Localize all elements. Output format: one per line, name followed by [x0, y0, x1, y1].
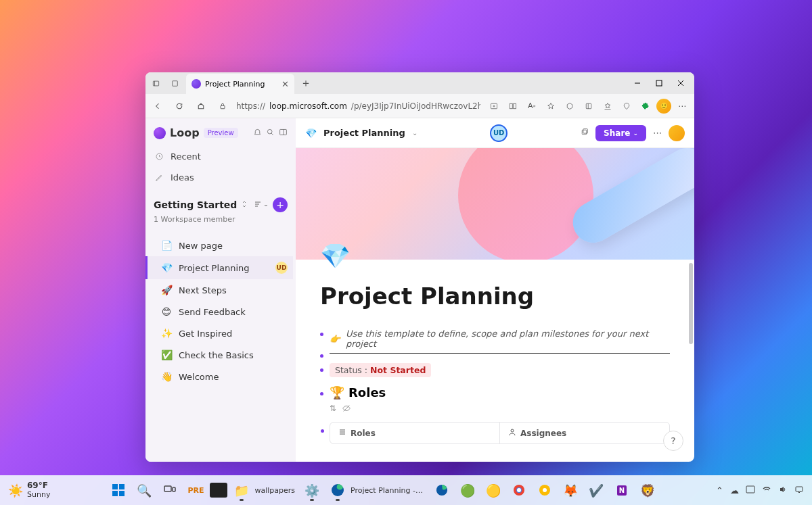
browser-essentials-icon[interactable] — [618, 98, 635, 114]
browser-menu-icon[interactable]: ⋯ — [674, 98, 690, 114]
tray-volume-icon[interactable] — [778, 485, 788, 496]
close-window-button[interactable] — [670, 74, 692, 93]
start-button[interactable] — [107, 479, 130, 502]
svg-point-30 — [543, 488, 547, 492]
presence-indicator[interactable]: UD — [490, 124, 508, 142]
maximize-window-button[interactable] — [648, 74, 670, 93]
panel-toggle-icon[interactable] — [279, 128, 288, 139]
collections-icon[interactable] — [581, 98, 597, 114]
taskbar-app-brave[interactable]: 🦁 — [636, 479, 659, 502]
sidebar-item-next-steps[interactable]: 🚀 Next Steps — [145, 279, 293, 301]
taskbar-explorer-label[interactable]: wallpapers — [254, 486, 295, 495]
sidebar-recent[interactable]: Recent — [145, 146, 296, 167]
tip-text: Use this template to define, scope and p… — [346, 329, 670, 349]
workspace-header[interactable]: Getting Started + — [145, 188, 296, 215]
roles-table[interactable]: Roles Assignees — [330, 422, 670, 444]
workspace-subtitle: 1 Workspace member — [145, 215, 296, 231]
sidebar-item-get-inspired[interactable]: ✨ Get Inspired — [145, 322, 293, 344]
help-button[interactable]: ? — [663, 431, 683, 451]
tray-overflow-icon[interactable]: ⌃ — [716, 485, 723, 496]
roles-heading[interactable]: 🏆 Roles — [330, 385, 670, 400]
taskbar-app-chrome[interactable] — [508, 479, 531, 502]
sort-icon[interactable]: ⇅ — [330, 404, 336, 415]
taskbar-app-todo[interactable]: ✔️ — [585, 479, 608, 502]
back-button[interactable] — [150, 98, 166, 114]
favorites-bar-icon[interactable] — [600, 98, 616, 114]
table-header-assignees[interactable]: Assignees — [500, 423, 669, 443]
taskbar-app-canary[interactable]: 🟡 — [482, 479, 505, 502]
hide-icon[interactable] — [342, 404, 351, 415]
add-page-button[interactable]: + — [273, 197, 288, 212]
new-tab-button[interactable]: ＋ — [298, 76, 313, 91]
status-value: Not Started — [370, 365, 426, 375]
tray-onedrive-icon[interactable]: ☁ — [730, 485, 739, 496]
user-avatar[interactable] — [669, 125, 685, 141]
browser-profile-avatar[interactable]: 🙂 — [656, 99, 671, 114]
sidebar-item-project-planning[interactable]: 💎 Project Planning UD — [145, 256, 293, 279]
sidebar-item-label: New page — [179, 241, 223, 251]
refresh-button[interactable] — [171, 98, 187, 114]
taskbar-app-explorer[interactable]: 📁 — [230, 479, 253, 502]
browser-tab[interactable]: Project Planning ✕ — [186, 74, 294, 94]
taskbar-app-chrome-canary[interactable] — [533, 479, 556, 502]
taskbar-app-pre[interactable]: PRE — [184, 479, 207, 502]
taskbar-edge-label[interactable]: Project Planning - Perso — [351, 486, 425, 495]
sidebar-item-new-page[interactable]: 📄 New page — [145, 235, 293, 256]
taskbar-search[interactable]: 🔍 — [133, 479, 156, 502]
home-button[interactable] — [193, 98, 209, 114]
diamond-icon: 💎 — [161, 262, 172, 273]
app-available-icon[interactable] — [486, 98, 502, 114]
page-emoji[interactable]: 💎 — [320, 242, 670, 270]
taskbar-app-edge[interactable] — [326, 479, 349, 502]
taskbar-app-settings[interactable]: ⚙️ — [300, 479, 323, 502]
share-button[interactable]: Share⌄ — [595, 125, 646, 141]
doc-header-title[interactable]: Project Planning — [323, 128, 405, 138]
tab-actions-icon[interactable] — [148, 76, 163, 91]
page-title[interactable]: Project Planning — [320, 283, 670, 310]
read-aloud-icon[interactable]: A» — [524, 98, 540, 114]
table-header-roles[interactable]: Roles — [330, 423, 500, 443]
sidebar-item-welcome[interactable]: 👋 Welcome — [145, 366, 293, 387]
extension-puzzle-icon[interactable] — [637, 98, 654, 114]
svg-rect-15 — [583, 128, 588, 133]
sidebar-ideas[interactable]: Ideas — [145, 167, 296, 188]
workspace-expand-icon[interactable] — [241, 200, 248, 210]
tray-language-icon[interactable] — [746, 485, 755, 496]
url-path: /p/eyJ3Ijp7InUiOiJodHRwczovL2hvbWUubWl..… — [351, 101, 480, 111]
sidebar-item-check-basics[interactable]: ✅ Check the Basics — [145, 344, 293, 366]
tray-wifi-icon[interactable] — [762, 485, 771, 496]
split-screen-icon[interactable] — [505, 98, 521, 114]
list-icon — [338, 428, 346, 438]
status-pill[interactable]: Status : Not Started — [330, 363, 431, 377]
new-page-icon: 📄 — [161, 240, 172, 251]
chevron-down-icon[interactable]: ⌄ — [412, 129, 418, 137]
taskbar-app-firefox[interactable]: 🦊 — [559, 479, 582, 502]
taskbar-taskview[interactable] — [158, 479, 181, 502]
vertical-tabs-icon[interactable] — [167, 76, 182, 91]
extension-icon[interactable] — [562, 98, 578, 114]
copy-component-icon[interactable] — [580, 128, 589, 139]
close-tab-icon[interactable]: ✕ — [281, 79, 289, 89]
sidebar-item-label: Get Inspired — [179, 329, 232, 339]
bullet-icon — [320, 368, 323, 372]
section-tools: ⇅ — [330, 404, 670, 415]
tip-line[interactable]: 👉 Use this template to define, scope and… — [320, 329, 670, 349]
sidebar-item-label: Project Planning — [179, 263, 250, 273]
favorite-icon[interactable] — [543, 98, 559, 114]
notifications-icon[interactable] — [253, 128, 262, 139]
site-info-icon[interactable] — [215, 98, 231, 114]
taskbar-app-terminal[interactable] — [210, 483, 227, 498]
taskbar-app-onenote[interactable]: N — [610, 479, 633, 502]
header-menu-icon[interactable]: ⋯ — [653, 128, 662, 138]
sidebar-item-send-feedback[interactable]: 😊 Send Feedback — [145, 301, 293, 322]
taskbar-app-camtasia[interactable]: 🟢 — [456, 479, 479, 502]
minimize-window-button[interactable] — [627, 74, 648, 93]
sort-filter-icon[interactable] — [254, 200, 269, 210]
search-icon[interactable] — [266, 128, 275, 139]
taskbar-app-edge2[interactable] — [430, 479, 453, 502]
url-field[interactable]: https://loop.microsoft.com/p/eyJ3Ijp7InU… — [236, 101, 480, 111]
tray-notifications-icon[interactable] — [794, 485, 804, 496]
doc-content[interactable]: 💎 Project Planning 👉 Use this template t… — [296, 148, 694, 462]
weather-widget[interactable]: ☀️ 69°F Sunny — [8, 481, 50, 498]
recent-label: Recent — [171, 151, 201, 162]
